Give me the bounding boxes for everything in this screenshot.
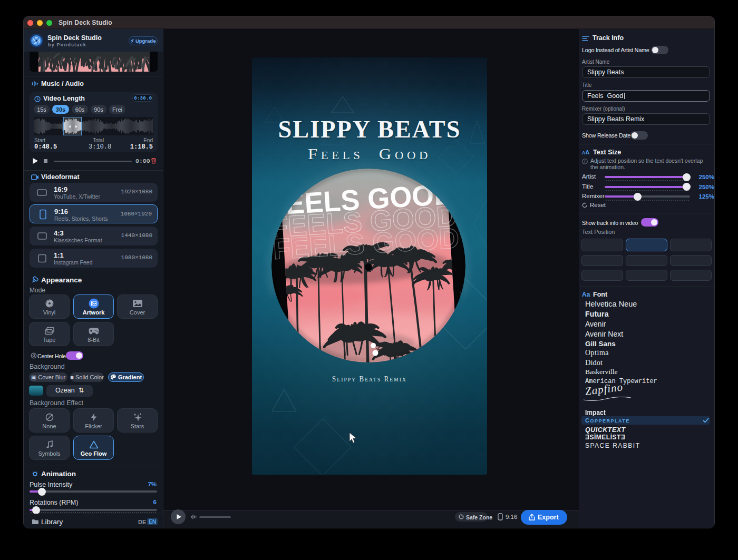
svg-text:»: » (75, 124, 77, 129)
svg-text:Slippy Beats Remix: Slippy Beats Remix (332, 375, 407, 383)
svg-text:«: « (69, 124, 71, 129)
svg-text:SLIPPY BEATS: SLIPPY BEATS (278, 116, 461, 143)
svg-text:Feels Good: Feels Good (308, 145, 431, 162)
